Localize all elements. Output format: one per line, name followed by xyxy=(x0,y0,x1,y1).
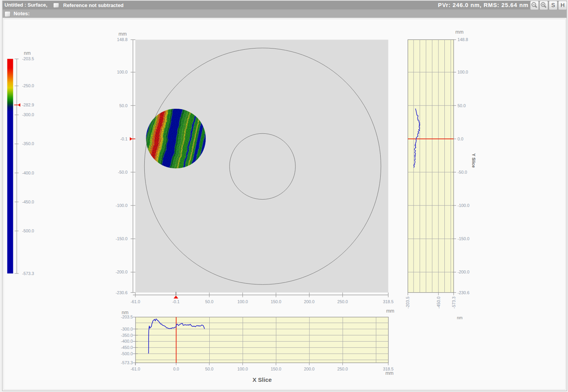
svg-text:mm: mm xyxy=(386,308,394,314)
svg-text:-100.0: -100.0 xyxy=(458,203,470,208)
svg-text:X Slice: X Slice xyxy=(252,376,271,383)
svg-text:-500.0: -500.0 xyxy=(121,351,133,356)
svg-text:-282.9: -282.9 xyxy=(22,102,34,107)
svg-text:-573.3: -573.3 xyxy=(451,297,456,309)
svg-text:50.0: 50.0 xyxy=(205,367,214,371)
svg-text:nm: nm xyxy=(122,310,128,315)
svg-text:-50.0: -50.0 xyxy=(118,170,128,174)
svg-text:-203.5: -203.5 xyxy=(405,297,410,309)
svg-text:-203.5: -203.5 xyxy=(22,56,34,61)
svg-text:-300.0: -300.0 xyxy=(22,112,34,117)
svg-text:-350.0: -350.0 xyxy=(22,141,34,146)
svg-text:148.8: 148.8 xyxy=(117,37,128,42)
svg-text:-61.0: -61.0 xyxy=(131,299,140,304)
svg-text:100.0: 100.0 xyxy=(237,367,248,371)
svg-text:-250.0: -250.0 xyxy=(22,83,34,88)
svg-text:-200.0: -200.0 xyxy=(458,270,470,274)
svg-text:-450.0: -450.0 xyxy=(121,345,133,350)
svg-text:100.0: 100.0 xyxy=(117,70,128,74)
svg-text:-573.3: -573.3 xyxy=(121,360,133,365)
svg-text:-0.1: -0.1 xyxy=(172,299,180,304)
svg-text:Reference not subtracted: Reference not subtracted xyxy=(63,2,124,8)
svg-text:-500.0: -500.0 xyxy=(22,228,34,233)
svg-text:-61.0: -61.0 xyxy=(131,367,140,371)
svg-text:100.0: 100.0 xyxy=(237,299,248,304)
svg-text:-50.0: -50.0 xyxy=(458,170,467,174)
svg-text:-150.0: -150.0 xyxy=(115,236,128,241)
svg-text:0.0: 0.0 xyxy=(458,137,464,141)
svg-text:-573.3: -573.3 xyxy=(22,271,34,276)
svg-text:318.5: 318.5 xyxy=(383,299,394,304)
svg-text:50.0: 50.0 xyxy=(458,103,466,108)
svg-text:250.0: 250.0 xyxy=(337,299,348,304)
svg-text:-200.0: -200.0 xyxy=(115,270,128,274)
svg-text:mm: mm xyxy=(119,31,127,37)
svg-text:200.0: 200.0 xyxy=(304,367,315,371)
svg-text:mm: mm xyxy=(385,370,394,376)
svg-text:nm: nm xyxy=(457,315,463,320)
svg-text:Y Slice: Y Slice xyxy=(471,153,476,168)
svg-text:100.0: 100.0 xyxy=(458,70,468,74)
svg-text:Untitled : Surface,: Untitled : Surface, xyxy=(5,2,48,8)
svg-text:-300.0: -300.0 xyxy=(121,327,133,331)
svg-text:50.0: 50.0 xyxy=(119,103,128,108)
svg-text:H: H xyxy=(561,2,564,8)
svg-text:-350.0: -350.0 xyxy=(121,333,133,338)
svg-text:50.0: 50.0 xyxy=(205,299,214,304)
svg-text:nm: nm xyxy=(24,50,31,56)
svg-text:150.0: 150.0 xyxy=(271,367,281,371)
svg-text:Notes:: Notes: xyxy=(14,11,30,16)
svg-text:-0.1: -0.1 xyxy=(120,137,128,141)
svg-text:-400.0: -400.0 xyxy=(22,171,34,175)
svg-text:-450.0: -450.0 xyxy=(436,297,441,309)
svg-text:S: S xyxy=(551,2,555,8)
svg-text:-230.6: -230.6 xyxy=(115,290,128,295)
svg-text:0.0: 0.0 xyxy=(173,367,179,371)
svg-text:-400.0: -400.0 xyxy=(121,339,133,343)
svg-text:-203.5: -203.5 xyxy=(121,315,133,319)
svg-text:mm: mm xyxy=(455,29,464,35)
svg-text:200.0: 200.0 xyxy=(304,299,315,304)
svg-text:250.0: 250.0 xyxy=(337,367,348,371)
svg-text:-230.6: -230.6 xyxy=(458,290,470,295)
svg-text:-150.0: -150.0 xyxy=(458,236,470,241)
svg-text:150.0: 150.0 xyxy=(271,299,281,304)
svg-text:-450.0: -450.0 xyxy=(22,200,34,204)
svg-text:PVr: 246.0 nm, RMS: 25.64 nm: PVr: 246.0 nm, RMS: 25.64 nm xyxy=(438,2,528,8)
svg-text:-100.0: -100.0 xyxy=(115,203,128,208)
svg-text:148.8: 148.8 xyxy=(458,37,468,42)
